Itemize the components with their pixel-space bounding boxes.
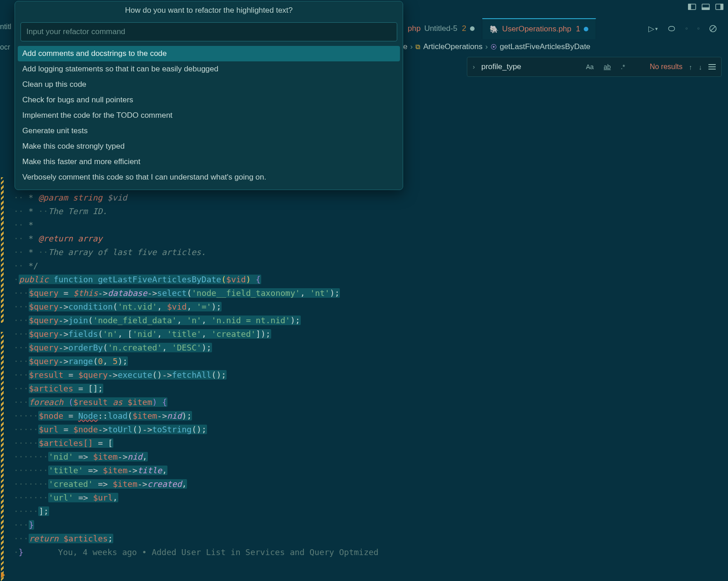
symbol-class-icon: ⧉	[415, 43, 420, 51]
chevron-right-icon: ›	[410, 42, 413, 51]
gutter	[0, 41, 12, 581]
find-prev-icon[interactable]: ↑	[689, 63, 693, 71]
refactor-option[interactable]: Implement the code for the TODO comment	[18, 108, 400, 123]
popup-input-wrap	[20, 22, 397, 41]
match-case-toggle[interactable]: Aa	[584, 62, 596, 71]
refactor-option[interactable]: Generate unit tests	[18, 123, 400, 139]
svg-rect-1	[688, 4, 691, 10]
panel-right-icon[interactable]	[715, 3, 723, 11]
run-icon[interactable]: ▷▾	[648, 24, 658, 34]
symbol-method-icon: ⦿	[490, 43, 497, 50]
find-input[interactable]	[481, 62, 578, 71]
tab-mod-count: 2	[462, 24, 466, 33]
find-menu-icon[interactable]	[708, 64, 716, 70]
titlebar-layout-icons	[688, 3, 723, 11]
refactor-option[interactable]: Verbosely comment this code so that I ca…	[18, 170, 400, 185]
tab-suffix: php	[408, 24, 420, 33]
svg-rect-5	[721, 4, 723, 10]
panel-bottom-icon[interactable]	[702, 3, 710, 11]
refactor-option[interactable]: Check for bugs and null pointers	[18, 92, 400, 108]
tab-user-operations[interactable]: 🐘 UserOperations.php 1	[482, 18, 597, 39]
tab-untitled-5[interactable]: php Untitled-5 2	[400, 18, 482, 39]
popup-title: How do you want to refactor the highligh…	[15, 1, 403, 20]
code-body[interactable]: ·· * ·· * @param string $vid ·· * ··The …	[14, 177, 723, 559]
step-fwd-icon[interactable]: ◦	[697, 24, 700, 33]
code-editor[interactable]: ·· * ·· * @param string $vid ·· * ··The …	[14, 177, 723, 576]
tab-dirty-dot-icon	[584, 27, 588, 31]
svg-rect-3	[702, 8, 709, 10]
panel-left-icon[interactable]	[688, 3, 696, 11]
svg-line-7	[711, 26, 715, 31]
regex-toggle[interactable]: .*	[619, 62, 627, 71]
popup-option-list: Add comments and docstrings to the codeA…	[15, 46, 403, 190]
editor-run-icons: ▷▾ ◦ ◦	[648, 18, 728, 39]
refactor-option[interactable]: Make this faster and more efficient	[18, 154, 400, 170]
gutter-change-marker	[1, 332, 4, 581]
chevron-right-icon[interactable]: ›	[473, 63, 475, 70]
tab-mod-count: 1	[576, 25, 580, 34]
find-next-icon[interactable]: ↓	[699, 63, 703, 71]
refactor-option[interactable]: Make this code strongly typed	[18, 139, 400, 154]
orange-arrow-icon	[1, 572, 5, 578]
breadcrumb-class[interactable]: ArticleOperations	[423, 42, 482, 51]
refactor-option[interactable]: Clean up this code	[18, 77, 400, 92]
find-bar: › Aa ab .* No results ↑ ↓	[467, 57, 722, 77]
no-entry-icon[interactable]	[709, 25, 717, 33]
breadcrumb-partial: e	[403, 42, 407, 51]
tab-file-name: UserOperations.php	[502, 25, 571, 34]
git-blame-annotation: You, 4 weeks ago • Added User List in Se…	[58, 547, 379, 557]
php-icon: 🐘	[490, 25, 499, 34]
breadcrumb-method[interactable]: getLastFiveArticlesByDate	[500, 42, 590, 51]
tab-dirty-dot-icon	[470, 26, 475, 31]
refactor-option[interactable]: Add logging statements so that it can be…	[18, 61, 400, 77]
step-back-icon[interactable]: ◦	[685, 24, 688, 33]
gutter-change-marker	[1, 177, 4, 323]
refactor-command-input[interactable]	[26, 27, 391, 36]
refresh-icon[interactable]	[667, 25, 676, 32]
refactor-option[interactable]: Add comments and docstrings to the code	[18, 46, 400, 61]
tab-file-name: Untitled-5	[424, 24, 457, 33]
chevron-right-icon: ›	[485, 42, 488, 51]
find-results: No results	[650, 63, 682, 71]
whole-word-toggle[interactable]: ab	[602, 62, 613, 71]
refactor-popup: How do you want to refactor the highligh…	[15, 1, 403, 190]
